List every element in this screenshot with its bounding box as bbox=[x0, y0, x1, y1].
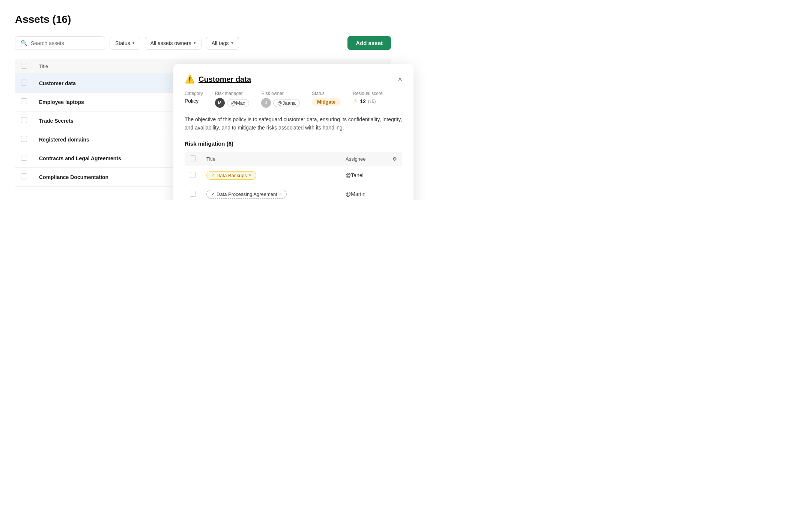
risk-manager-tag: @Max bbox=[227, 99, 250, 107]
risk-row-title: ✓ Data Backups × bbox=[201, 166, 340, 185]
risk-manager-value: M @Max bbox=[215, 98, 250, 108]
status-label: Status bbox=[312, 91, 341, 96]
status-value: Mitigate bbox=[312, 98, 341, 106]
risk-row-checkbox[interactable] bbox=[190, 172, 196, 178]
row-checkbox[interactable] bbox=[21, 173, 27, 179]
risk-tag-label: Data Backups bbox=[217, 173, 247, 178]
risk-select-all-checkbox[interactable] bbox=[190, 155, 196, 161]
risk-tag-label: Data Processing Agreement bbox=[217, 191, 277, 197]
residual-score-sub: (↓6) bbox=[368, 99, 376, 104]
category-value: Policy bbox=[185, 98, 203, 104]
search-input[interactable] bbox=[31, 40, 99, 46]
risk-row-checkbox[interactable] bbox=[190, 191, 196, 197]
risk-row-title: ✓ Data Processing Agreement × bbox=[201, 185, 340, 200]
check-icon: ✓ bbox=[211, 173, 215, 178]
description: The objective of this policy is to safeg… bbox=[185, 115, 402, 132]
risk-table-row[interactable]: ✓ Data Processing Agreement × @Martin bbox=[185, 185, 402, 200]
remove-tag-icon[interactable]: × bbox=[279, 191, 282, 197]
row-checkbox[interactable] bbox=[21, 80, 27, 86]
risk-owner-avatar: J bbox=[261, 98, 271, 108]
chevron-down-icon: ▾ bbox=[231, 41, 233, 45]
risk-manager-avatar: M bbox=[215, 98, 225, 108]
risk-col-title: Title bbox=[201, 152, 340, 166]
search-box[interactable]: 🔍 bbox=[15, 36, 105, 50]
select-all-checkbox[interactable] bbox=[21, 63, 27, 69]
risk-table-row[interactable]: ✓ Data Backups × @Tanel bbox=[185, 166, 402, 185]
risk-mitigation-title: Risk mitigation (6) bbox=[185, 140, 402, 147]
residual-score-value: ⚠ 12 (↓6) bbox=[353, 98, 382, 105]
status-filter-label: Status bbox=[115, 40, 130, 46]
row-checkbox[interactable] bbox=[21, 136, 27, 142]
warning-icon: ⚠️ bbox=[185, 74, 195, 84]
panel-title: Customer data bbox=[198, 75, 251, 84]
toolbar: 🔍 Status ▾ All assets owners ▾ All tags … bbox=[15, 36, 391, 50]
tags-filter-label: All tags bbox=[212, 40, 229, 46]
owners-filter-btn[interactable]: All assets owners ▾ bbox=[145, 37, 201, 50]
risk-manager-label: Risk manager bbox=[215, 91, 250, 96]
risk-table: Title Assignee ⚙ ✓ Data Backups × @Tanel… bbox=[185, 152, 402, 200]
risk-owner-tag: @Jaana bbox=[273, 99, 300, 107]
risk-row-assignee: @Tanel bbox=[340, 166, 387, 185]
detail-panel: ⚠️ Customer data × Category Policy Risk … bbox=[173, 64, 414, 200]
owners-filter-label: All assets owners bbox=[150, 40, 191, 46]
residual-score-label: Residual score bbox=[353, 91, 382, 96]
chevron-down-icon: ▾ bbox=[194, 41, 196, 45]
status-filter-btn[interactable]: Status ▾ bbox=[110, 37, 140, 50]
settings-icon[interactable]: ⚙ bbox=[392, 156, 397, 162]
row-checkbox[interactable] bbox=[21, 155, 27, 161]
residual-score-num: 12 bbox=[360, 98, 366, 104]
risk-row-assignee: @Martin bbox=[340, 185, 387, 200]
chevron-down-icon: ▾ bbox=[132, 41, 135, 45]
row-checkbox[interactable] bbox=[21, 98, 27, 104]
remove-tag-icon[interactable]: × bbox=[249, 173, 251, 178]
add-asset-button[interactable]: Add asset bbox=[347, 36, 391, 50]
search-icon: 🔍 bbox=[21, 40, 28, 47]
residual-warn-icon: ⚠ bbox=[353, 98, 358, 105]
category-label: Category bbox=[185, 91, 203, 96]
risk-owner-value: J @Jaana bbox=[261, 98, 300, 108]
meta-row: Category Policy Risk manager M @Max Risk… bbox=[185, 91, 402, 108]
row-checkbox[interactable] bbox=[21, 117, 27, 123]
risk-col-assignee: Assignee bbox=[340, 152, 387, 166]
status-badge: Mitigate bbox=[312, 98, 341, 106]
check-icon: ✓ bbox=[211, 192, 215, 197]
tags-filter-btn[interactable]: All tags ▾ bbox=[206, 37, 239, 50]
page-title: Assets (16) bbox=[15, 14, 391, 26]
risk-owner-label: Risk owner bbox=[261, 91, 300, 96]
close-button[interactable]: × bbox=[398, 75, 402, 83]
